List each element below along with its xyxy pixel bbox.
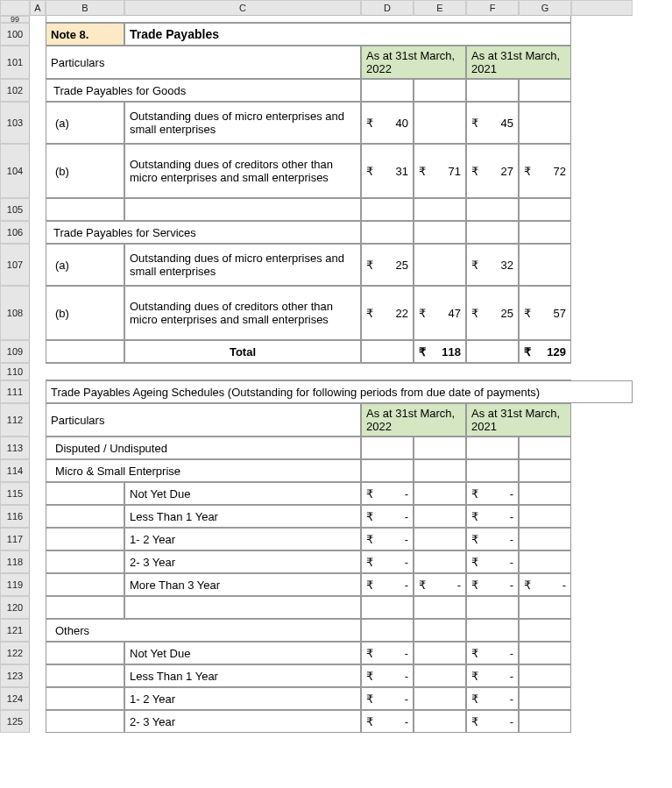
- cell[interactable]: -: [466, 642, 519, 664]
- cell[interactable]: [519, 437, 571, 459]
- cell[interactable]: -: [361, 550, 414, 573]
- cell[interactable]: [46, 528, 124, 550]
- period-label[interactable]: Less Than 1 Year: [124, 664, 361, 687]
- cell[interactable]: -: [466, 710, 519, 733]
- total-2022[interactable]: 118: [414, 340, 466, 363]
- cell[interactable]: -: [466, 482, 519, 505]
- cell[interactable]: [414, 528, 466, 550]
- row-header[interactable]: 103: [0, 102, 30, 144]
- cell[interactable]: [519, 459, 571, 482]
- row-header[interactable]: 111: [0, 380, 30, 403]
- cell[interactable]: [414, 79, 466, 102]
- cell[interactable]: [466, 221, 519, 244]
- services-b-2022[interactable]: 22: [361, 286, 414, 340]
- mse-label[interactable]: Micro & Small Enterprise: [46, 459, 361, 482]
- period-label[interactable]: 1- 2 Year: [124, 528, 361, 550]
- cell[interactable]: [466, 619, 519, 642]
- period-label[interactable]: Not Yet Due: [124, 642, 361, 664]
- goods-a-2022[interactable]: 40: [361, 102, 414, 144]
- row-header[interactable]: 115: [0, 482, 30, 505]
- cell[interactable]: [414, 198, 466, 221]
- cell[interactable]: -: [361, 482, 414, 505]
- col-header-E[interactable]: E: [414, 0, 466, 16]
- cell[interactable]: -: [361, 528, 414, 550]
- cell[interactable]: [414, 482, 466, 505]
- date-2021-header[interactable]: As at 31st March, 2021: [466, 403, 571, 437]
- cell[interactable]: [124, 198, 361, 221]
- cell[interactable]: [519, 198, 571, 221]
- cell[interactable]: [361, 340, 414, 363]
- row-header[interactable]: 109: [0, 340, 30, 363]
- particulars-header[interactable]: Particulars: [46, 46, 361, 79]
- date-2022-header[interactable]: As at 31st March, 2022: [361, 403, 466, 437]
- cell[interactable]: [414, 550, 466, 573]
- col-header-B[interactable]: B: [46, 0, 124, 16]
- cell[interactable]: [361, 459, 414, 482]
- cell[interactable]: [46, 642, 124, 664]
- cell[interactable]: [414, 642, 466, 664]
- row-header[interactable]: 104: [0, 144, 30, 198]
- row-header[interactable]: 124: [0, 687, 30, 710]
- cell[interactable]: [519, 710, 571, 733]
- note-label[interactable]: Note 8.: [46, 23, 124, 46]
- cell[interactable]: [519, 505, 571, 528]
- total-label[interactable]: Total: [124, 340, 361, 363]
- col-header-F[interactable]: F: [466, 0, 519, 16]
- goods-section-label[interactable]: Trade Payables for Goods: [46, 79, 361, 102]
- row-header[interactable]: 101: [0, 46, 30, 79]
- row-a-label[interactable]: (a): [46, 244, 124, 286]
- services-sub-2021[interactable]: 57: [519, 286, 571, 340]
- cell[interactable]: [361, 596, 414, 619]
- row-header[interactable]: 116: [0, 505, 30, 528]
- cell[interactable]: -: [466, 528, 519, 550]
- services-b-2021[interactable]: 25: [466, 286, 519, 340]
- row-header[interactable]: 119: [0, 573, 30, 596]
- cell[interactable]: -: [361, 710, 414, 733]
- row-header[interactable]: 112: [0, 403, 30, 437]
- cell[interactable]: [46, 596, 124, 619]
- cell[interactable]: [414, 505, 466, 528]
- goods-a-2021[interactable]: 45: [466, 102, 519, 144]
- cell[interactable]: -: [466, 505, 519, 528]
- row-header[interactable]: 114: [0, 459, 30, 482]
- cell[interactable]: [414, 221, 466, 244]
- others-label[interactable]: Others: [46, 619, 361, 642]
- cell[interactable]: [361, 198, 414, 221]
- cell[interactable]: -: [466, 573, 519, 596]
- goods-b-2022[interactable]: 31: [361, 144, 414, 198]
- row-header[interactable]: 106: [0, 221, 30, 244]
- row-header[interactable]: 118: [0, 550, 30, 573]
- cell[interactable]: -: [361, 573, 414, 596]
- row-header[interactable]: 108: [0, 286, 30, 340]
- cell[interactable]: [361, 619, 414, 642]
- select-all-corner[interactable]: [0, 0, 30, 16]
- cell[interactable]: [46, 482, 124, 505]
- date-2021-header[interactable]: As at 31st March, 2021: [466, 46, 571, 79]
- period-label[interactable]: 1- 2 Year: [124, 687, 361, 710]
- row-header[interactable]: 123: [0, 664, 30, 687]
- desc-micro[interactable]: Outstanding dues of micro enterprises an…: [124, 102, 361, 144]
- row-header[interactable]: 102: [0, 79, 30, 102]
- cell[interactable]: [414, 619, 466, 642]
- cell[interactable]: [46, 710, 124, 733]
- cell[interactable]: -: [466, 687, 519, 710]
- cell[interactable]: -: [361, 505, 414, 528]
- cell[interactable]: [46, 198, 124, 221]
- goods-sub-2022[interactable]: 71: [414, 144, 466, 198]
- cell[interactable]: -: [414, 573, 466, 596]
- row-header[interactable]: 117: [0, 528, 30, 550]
- cell[interactable]: [46, 687, 124, 710]
- row-b-label[interactable]: (b): [46, 144, 124, 198]
- cell[interactable]: -: [519, 573, 571, 596]
- cell[interactable]: [519, 619, 571, 642]
- cell[interactable]: [414, 710, 466, 733]
- cell[interactable]: [361, 221, 414, 244]
- row-header[interactable]: 99: [0, 16, 30, 23]
- desc-other[interactable]: Outstanding dues of creditors other than…: [124, 286, 361, 340]
- row-header[interactable]: 107: [0, 244, 30, 286]
- ageing-title[interactable]: Trade Payables Ageing Schedules (Outstan…: [46, 380, 633, 403]
- cell[interactable]: -: [466, 664, 519, 687]
- row-b-label[interactable]: (b): [46, 286, 124, 340]
- row-header[interactable]: 113: [0, 437, 30, 459]
- cell[interactable]: [361, 437, 414, 459]
